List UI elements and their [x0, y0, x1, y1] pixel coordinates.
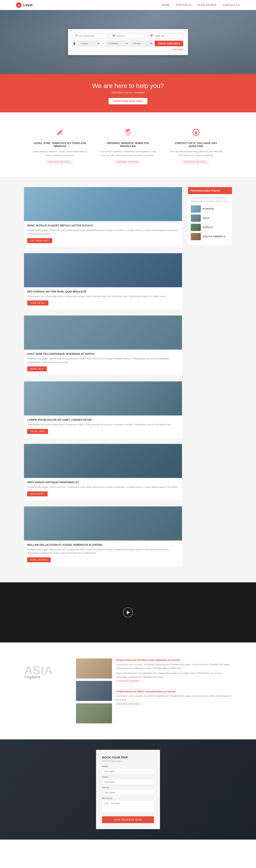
post-item: GOET DIAM PELLENTESQUE INTERDUM UT PORTA… [24, 315, 182, 375]
checkin-field[interactable]: 📅 [110, 33, 146, 39]
nav-links: HOME PORTFOLIO BLOG EXTRAS CONTACT US [162, 4, 240, 6]
nav-blog[interactable]: BLOG EXTRAS [197, 4, 217, 6]
checkout-field[interactable]: 📅 [148, 33, 183, 39]
post-image-3 [24, 381, 182, 415]
guest-select[interactable]: 1 Guest2 Guests3 Guests [77, 41, 100, 46]
posts-column: NUNC IN FELIS ALIQUET METUS LUCTUS IACUL… [24, 187, 182, 572]
logo-text: Level [23, 3, 32, 7]
search-help: Need Help? [73, 48, 183, 51]
form-field-3: Message [102, 797, 154, 813]
checkin-input[interactable] [117, 35, 143, 37]
asia-read-more-1[interactable]: CONTINUE READING... [116, 703, 142, 705]
checkout-input[interactable] [154, 35, 181, 37]
post-btn-3[interactable]: DETAIL INFO [27, 429, 48, 434]
post-image-0 [24, 187, 182, 221]
contact-form-subtitle: Fill in the form below [102, 760, 154, 762]
post-btn-4[interactable]: READ MORE [27, 491, 47, 496]
sidebar-place-2[interactable]: AFRICA [191, 224, 229, 231]
sidebar-place-1[interactable]: ASIA [191, 215, 229, 222]
post-btn-0[interactable]: GET MORE INFO [27, 238, 52, 243]
play-button[interactable] [123, 608, 133, 617]
search-row2: 👤 1 Guest2 Guests3 Guests → 0 Children1 … [73, 41, 183, 46]
asia-article-title-1: Suspendisse vel libero sem phasellus ac … [116, 690, 232, 693]
post-title-1: SED CURSUS DICTUM NUNC QUIS MOLESTIE [27, 290, 179, 293]
post-btn-1[interactable]: VIEW DETAIL [27, 301, 48, 306]
banner-subtext: Subscribe to get our newsletter [4, 91, 252, 94]
place-name-3: SOUTH AMERICA [203, 235, 226, 238]
asia-article-text2-0: Etiam venenatis lorem vel sollicitudin r… [116, 671, 232, 679]
svg-point-1 [195, 130, 196, 131]
feature-2: Original Website Template Producer You a… [100, 126, 156, 163]
nav-portfolio[interactable]: PORTFOLIO [176, 4, 191, 6]
subscribe-button[interactable]: SUBSCRIBE NOW FREE [109, 98, 147, 104]
hero-section: 📍 📅 📅 👤 1 Guest2 Guests3 Guests → 0 Chil… [0, 10, 256, 74]
asia-article-text-1: Lorem ipsum dolor sit amet, consectetur … [116, 694, 232, 702]
place-img-1 [191, 215, 201, 222]
post-title-5: NULLAM SOLLICITUON AT AUGUE VENENATIS EL… [27, 543, 179, 546]
field-label-0: Name [102, 766, 154, 768]
asia-left: ASIA Singapore [24, 658, 64, 679]
post-item: LOREM IPSUM DOLOR SIT AMET, CONSECTETUR … [24, 381, 182, 438]
form-field-0: Name [102, 766, 154, 774]
feature-1-link[interactable]: CONTINUE READING... [47, 160, 73, 163]
sidebar-title: Recommended Places [188, 187, 232, 194]
contact-fields: Name Email Phone Message [102, 766, 154, 813]
destination-input[interactable] [79, 35, 106, 37]
field-input-2[interactable] [102, 790, 154, 795]
rooms-select[interactable]: 1 Room2 Rooms3 Rooms [130, 41, 153, 46]
feature-3-link[interactable]: CONTINUE READING... [183, 160, 209, 163]
post-image-2 [24, 315, 182, 349]
asia-images [76, 658, 112, 723]
feature-3: Contact us if you have any question If y… [168, 126, 224, 163]
post-content-5: NULLAM SOLLICITUON AT AUGUE VENENATIS EL… [24, 540, 182, 562]
asia-right: Suspendisse vel est libero sem phasellus… [76, 658, 232, 723]
sidebar-place-3[interactable]: SOUTH AMERICA [191, 233, 229, 240]
place-name-0: EUROPE [203, 208, 214, 210]
destination-field[interactable]: 📍 [73, 33, 108, 39]
field-input-1[interactable] [102, 779, 154, 785]
feature-3-text: If you find this template being offered … [168, 150, 224, 157]
post-img-placeholder-2 [24, 315, 182, 349]
asia-img-2 [76, 681, 112, 701]
post-item: NUNC IN FELIS ALIQUET METUS LUCTUS IACUL… [24, 187, 182, 247]
feature-2-text: You are NOT allowed to redistribute this… [100, 150, 156, 157]
post-text-1: Pellentesque quis est dui ullamcorper co… [27, 295, 179, 298]
form-field-1: Email [102, 776, 154, 785]
place-img-3 [191, 233, 201, 240]
features-section: Level HTML Template by Toxplate website … [0, 113, 256, 177]
contact-section: BOOK YOUR TRIP Fill in the form below Na… [0, 739, 256, 840]
feature-1-icon [54, 126, 66, 138]
post-text-4: Phasellus felis augue, ultrices risus ve… [27, 485, 179, 489]
post-btn-2[interactable]: MORE INFO [27, 366, 47, 371]
field-label-3: Message [102, 797, 154, 800]
post-content-0: NUNC IN FELIS ALIQUET METUS LUCTUS IACUL… [24, 221, 182, 243]
children-select[interactable]: 0 Children1 Child2 Children [106, 41, 129, 46]
nav-home[interactable]: HOME [162, 4, 170, 6]
field-label-1: Email [102, 776, 154, 778]
contact-form-title: BOOK YOUR TRIP [102, 756, 154, 759]
search-button[interactable]: CHECK AVAILABLE [155, 41, 183, 46]
post-text-0: Phasellus felis augue, ultrices risus ve… [27, 228, 179, 236]
sidebar-place-0[interactable]: EUROPE [191, 205, 229, 213]
person-icon: 👤 [73, 42, 76, 45]
nav-contact[interactable]: CONTACT US [223, 4, 240, 6]
post-btn-5[interactable]: MORE DETAILS [27, 557, 51, 562]
main-content: NUNC IN FELIS ALIQUET METUS LUCTUS IACUL… [0, 177, 256, 582]
post-img-placeholder-1 [24, 253, 182, 287]
post-img-placeholder-5 [24, 506, 182, 540]
post-image-5 [24, 506, 182, 540]
feature-2-link[interactable]: CONTINUE READING... [115, 160, 141, 163]
asia-read-more-0[interactable]: CONTINUE READING... [116, 680, 142, 682]
field-input-0[interactable] [102, 769, 154, 774]
post-img-placeholder-4 [24, 444, 182, 478]
calendar-icon: 📅 [112, 34, 115, 37]
logo: ▲ Level [16, 2, 32, 8]
place-img-2 [191, 224, 201, 231]
feature-2-icon [122, 126, 134, 138]
post-text-3: Pellentesque quis est dui ullamcorper co… [27, 423, 179, 427]
help-link[interactable]: Need Help? [173, 49, 183, 51]
navbar: ▲ Level HOME PORTFOLIO BLOG EXTRAS CONTA… [0, 0, 256, 10]
contact-submit-button[interactable]: NOW RESERVE NOW [102, 816, 154, 823]
field-input-3[interactable] [102, 800, 154, 812]
post-text-5: Phasellus felis augue, ultrices risus ve… [27, 548, 179, 555]
